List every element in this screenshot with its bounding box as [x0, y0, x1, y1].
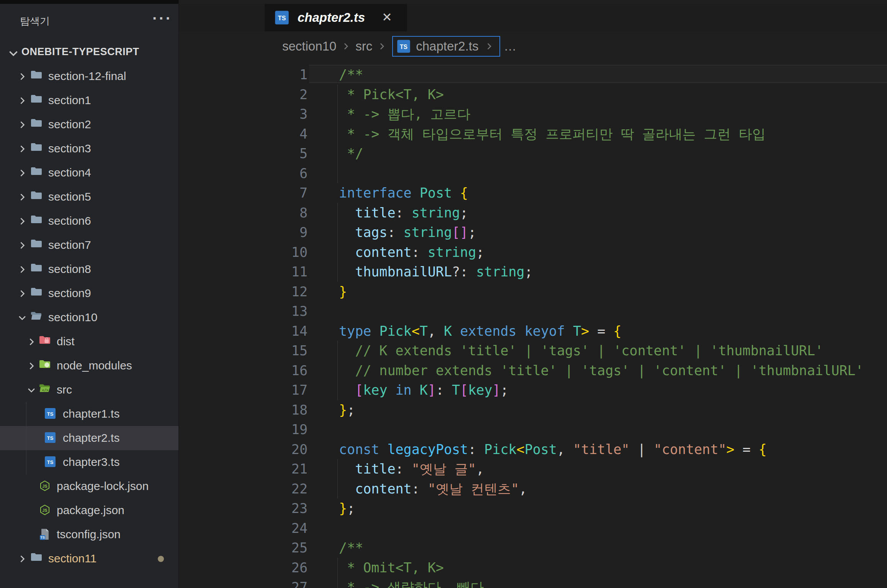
code-line-text: * -> 객체 타입으로부터 특정 프로퍼티만 딱 골라내는 그런 타입: [339, 124, 766, 144]
editor-group: TS chapter2.ts ✕ section10 src TS chapte…: [178, 0, 887, 588]
folder-src-icon: </>: [39, 384, 51, 393]
code-line: 4 * -> 객체 타입으로부터 특정 프로퍼티만 딱 골라내는 그런 타입: [179, 124, 887, 144]
file-ts-icon: TS: [44, 432, 56, 443]
tree-item-label: package-lock.json: [57, 480, 149, 493]
code-line-text: /**: [339, 538, 363, 558]
tree-item-section2[interactable]: section2: [0, 113, 178, 137]
tree-item-dist[interactable]: dist: [0, 330, 178, 354]
tree-item-section-12-final[interactable]: section-12-final: [0, 64, 178, 88]
line-number: 13: [267, 301, 308, 321]
code-line: 20const legacyPost: Pick<Post, "title" |…: [179, 439, 887, 459]
code-line: 10 content: string;: [179, 242, 887, 262]
svg-text:TS: TS: [278, 15, 286, 21]
chevron-right-icon: [17, 264, 28, 275]
chevron-right-icon: [17, 240, 28, 251]
tree-item-label: section5: [48, 190, 91, 203]
line-number: 19: [267, 420, 308, 439]
tree-item-label: tsconfig.json: [57, 528, 121, 541]
tree-item-package-lock.json[interactable]: JSpackage-lock.json: [0, 474, 178, 498]
tree-item-node_modules[interactable]: node_modules: [0, 354, 178, 378]
file-tsconfig-icon: TS: [39, 528, 51, 541]
tree-item-chapter1.ts[interactable]: TSchapter1.ts: [0, 402, 178, 426]
breadcrumb-more[interactable]: …: [504, 39, 517, 54]
code-line: 24: [179, 518, 887, 538]
code-line-text: interface Post {: [339, 183, 468, 203]
code-line-text: // number extends 'title' | 'tags' | 'co…: [339, 361, 864, 381]
line-number: 2: [267, 85, 308, 105]
tree-item-package.json[interactable]: JSpackage.json: [0, 498, 178, 523]
breadcrumb-item-current[interactable]: TS chapter2.ts: [392, 36, 500, 57]
line-number: 1: [267, 65, 308, 85]
line-number: 17: [267, 380, 308, 400]
code-line: 18};: [179, 400, 887, 420]
code-line: 14type Pick<T, K extends keyof T> = {: [179, 321, 887, 341]
code-line-text: // K extends 'title' | 'tags' | 'content…: [339, 341, 823, 361]
chevron-right-icon: [17, 95, 28, 106]
tree-item-label: section1: [48, 94, 91, 107]
modified-badge: [158, 556, 164, 562]
tab-chapter2[interactable]: TS chapter2.ts ✕: [265, 4, 407, 31]
line-number: 3: [267, 104, 308, 124]
tree-item-section7[interactable]: section7: [0, 233, 178, 257]
breadcrumb-item-folder[interactable]: section10: [282, 39, 336, 54]
tree-item-section10[interactable]: section10: [0, 305, 178, 330]
line-number: 14: [267, 321, 308, 341]
code-line: 26 * Omit<T, K>: [179, 558, 887, 578]
code-line-text: * -> 생략하다, 빼다: [339, 577, 484, 588]
code-line: 13: [179, 301, 887, 321]
tree-item-label: section8: [48, 263, 91, 276]
chevron-right-icon: [17, 192, 28, 203]
close-icon[interactable]: ✕: [382, 10, 392, 24]
chevron-right-icon: [377, 41, 387, 51]
tree-item-section4[interactable]: section4: [0, 161, 178, 185]
code-line-text: type Pick<T, K extends keyof T> = {: [339, 321, 622, 341]
code-line-text: content: "옛날 컨텐츠",: [339, 479, 527, 499]
folder-icon: [31, 167, 42, 176]
code-line-text: * Pick<T, K>: [339, 85, 444, 105]
line-number: 24: [267, 518, 308, 538]
breadcrumb-item-folder[interactable]: src: [355, 39, 372, 54]
tree-item-section9[interactable]: section9: [0, 281, 178, 305]
chevron-down-icon: [26, 385, 37, 395]
tree-item-section11[interactable]: section11: [0, 547, 178, 571]
code-line-text: };: [339, 498, 355, 518]
chevron-right-icon: [26, 336, 37, 347]
svg-text:JS: JS: [43, 508, 47, 513]
tree-item-src[interactable]: </>src: [0, 378, 178, 402]
code-line: 9 tags: string[];: [179, 222, 887, 242]
tree-item-label: section-12-final: [48, 70, 126, 83]
line-number: 11: [267, 262, 308, 282]
tree-item-label: section11: [48, 552, 97, 565]
line-number: 15: [267, 341, 308, 361]
code-line: 27 * -> 생략하다, 빼다: [179, 577, 887, 588]
tree-item-tsconfig.json[interactable]: TStsconfig.json: [0, 523, 178, 547]
code-line: 21 title: "옛날 글",: [179, 459, 887, 479]
code-line: 3 * -> 뽑다, 고르다: [179, 104, 887, 124]
svg-text:TS: TS: [41, 536, 45, 539]
tree-item-label: section7: [48, 238, 91, 252]
tree-item-section8[interactable]: section8: [0, 257, 178, 281]
tree-item-chapter3.ts[interactable]: TSchapter3.ts: [0, 450, 178, 474]
tree-item-section3[interactable]: section3: [0, 137, 178, 161]
code-line-text: }: [339, 282, 347, 302]
svg-text:TS: TS: [47, 435, 54, 441]
tree-item-chapter2.ts[interactable]: TSchapter2.ts: [0, 426, 178, 450]
tree-item-section5[interactable]: section5: [0, 185, 178, 209]
folder-open-icon: [31, 311, 42, 320]
file-npm-icon: JS: [39, 480, 51, 492]
line-number: 8: [267, 203, 308, 223]
tree-item-section1[interactable]: section1: [0, 88, 178, 113]
code-line-text: tags: string[];: [339, 222, 476, 242]
code-line: 17 [key in K]: T[key];: [179, 380, 887, 400]
typescript-file-icon: TS: [275, 10, 289, 25]
code-editor[interactable]: 1/**2 * Pick<T, K>3 * -> 뽑다, 고르다4 * -> 객…: [179, 61, 887, 588]
line-number: 22: [267, 479, 308, 499]
line-number: 23: [267, 498, 308, 518]
code-line: 23};: [179, 498, 887, 518]
chevron-right-icon: [26, 361, 37, 371]
tree-item-section6[interactable]: section6: [0, 209, 178, 233]
chevron-right-icon: [17, 71, 28, 82]
tree-indent-guide: [26, 402, 26, 475]
chevron-right-icon: [17, 288, 28, 299]
line-number: 20: [267, 439, 308, 459]
